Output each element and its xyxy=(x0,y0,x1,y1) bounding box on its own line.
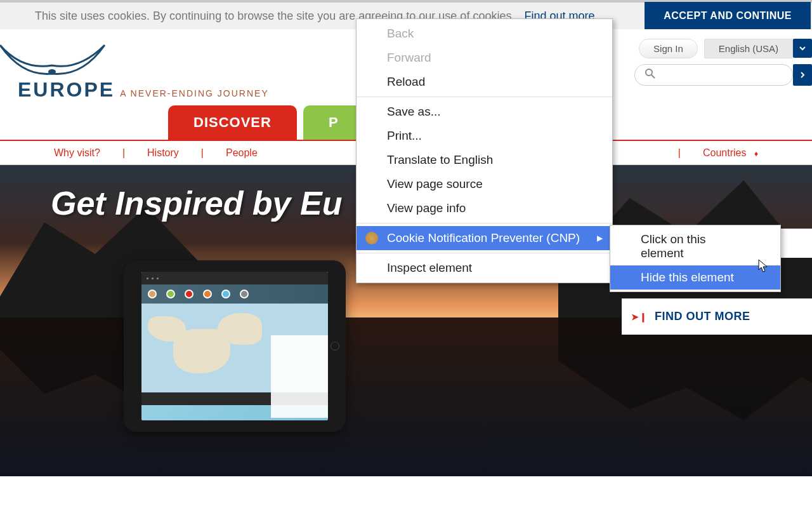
tablet-home-button-icon xyxy=(331,342,339,351)
countries-sort-icon: ♦ xyxy=(754,149,758,158)
accept-cookies-button[interactable]: ACCEPT AND CONTINUE xyxy=(645,2,811,30)
context-inspect-element[interactable]: Inspect element xyxy=(357,256,612,280)
svg-line-2 xyxy=(652,75,655,78)
context-separator xyxy=(357,223,612,224)
context-forward: Forward xyxy=(357,46,612,70)
header-top-right: Sign In English (USA) xyxy=(639,39,812,58)
context-translate[interactable]: Translate to English xyxy=(357,148,612,172)
hero-water-reflection xyxy=(0,318,812,476)
subnav-why-visit[interactable]: Why visit? xyxy=(32,147,122,159)
tablet-screen xyxy=(141,272,328,420)
tablet-statusbar xyxy=(141,272,328,284)
submenu-click-element[interactable]: Click on this element xyxy=(610,227,780,265)
submenu-arrow-icon: ▶ xyxy=(597,234,603,243)
logo-tagline: A NEVER-ENDING JOURNEY xyxy=(120,88,269,98)
svg-point-1 xyxy=(646,69,652,76)
find-out-more-button[interactable]: ➤❙ FIND OUT MORE xyxy=(622,298,812,335)
logo-text: EUROPE xyxy=(18,78,115,102)
search-area xyxy=(634,64,812,86)
tablet-mockup xyxy=(124,260,346,432)
mouse-cursor-icon xyxy=(758,259,769,274)
search-icon xyxy=(645,68,656,83)
context-separator xyxy=(357,97,612,97)
language-selector[interactable]: English (USA) xyxy=(704,39,793,58)
sign-in-button[interactable]: Sign In xyxy=(639,39,698,58)
cnp-label: Cookie Notification Preventer (CNP) xyxy=(387,231,580,244)
context-reload[interactable]: Reload xyxy=(357,70,612,94)
find-out-more-label: FIND OUT MORE xyxy=(655,310,750,323)
tab-discover[interactable]: DISCOVER xyxy=(168,105,297,140)
cnp-submenu: Click on this element Hide this element xyxy=(610,225,781,292)
subnav-people[interactable]: People xyxy=(204,147,280,159)
submenu-hide-element[interactable]: Hide this element xyxy=(610,265,780,290)
context-separator xyxy=(357,253,612,253)
svg-point-0 xyxy=(48,69,56,74)
arrow-right-icon: ➤❙ xyxy=(631,312,647,322)
logo-wing-icon xyxy=(0,39,108,83)
context-view-page-info[interactable]: View page info xyxy=(357,196,612,220)
language-dropdown-arrow-icon[interactable] xyxy=(793,39,812,58)
context-view-source[interactable]: View page source xyxy=(357,172,612,196)
countries-label: Countries xyxy=(703,147,746,158)
subnav-countries[interactable]: Countries ♦ xyxy=(681,147,780,159)
tablet-timeline xyxy=(141,284,328,304)
search-input[interactable] xyxy=(634,64,793,86)
context-print[interactable]: Print... xyxy=(357,124,612,148)
search-submit-button[interactable] xyxy=(793,64,812,86)
context-save-as[interactable]: Save as... xyxy=(357,100,612,124)
context-back: Back xyxy=(357,22,612,46)
subnav-right: | Countries ♦ xyxy=(678,147,780,159)
browser-context-menu: Back Forward Reload Save as... Print... … xyxy=(356,18,613,283)
tablet-map xyxy=(141,304,328,392)
hero-title: Get Inspired by Eu xyxy=(51,184,342,222)
context-cnp-submenu[interactable]: Cookie Notification Preventer (CNP) ▶ xyxy=(357,226,612,250)
subnav-history[interactable]: History xyxy=(125,147,201,159)
chevron-right-icon xyxy=(798,70,807,79)
cookie-icon xyxy=(365,232,378,244)
tablet-sidebar xyxy=(271,335,328,418)
